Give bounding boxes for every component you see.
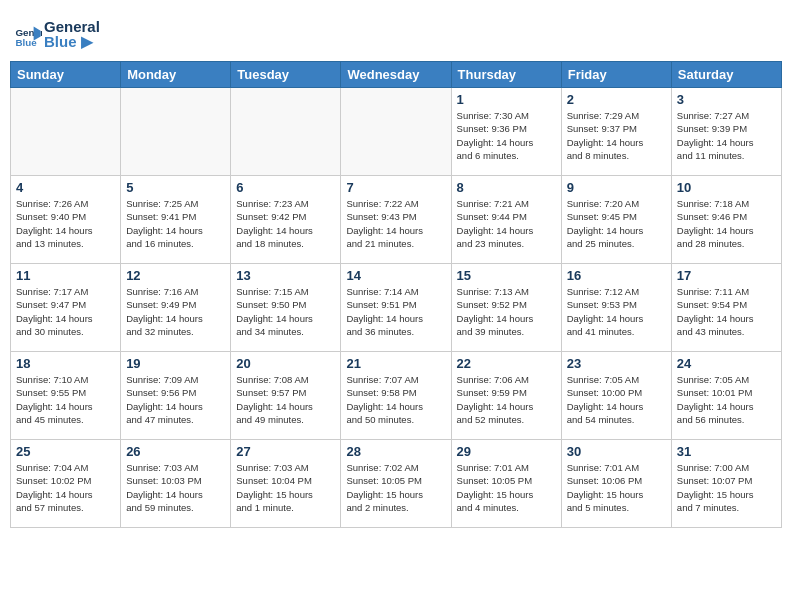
day-info: Sunrise: 7:23 AM Sunset: 9:42 PM Dayligh… bbox=[236, 197, 335, 250]
calendar-cell: 22Sunrise: 7:06 AM Sunset: 9:59 PM Dayli… bbox=[451, 352, 561, 440]
calendar-cell: 30Sunrise: 7:01 AM Sunset: 10:06 PM Dayl… bbox=[561, 440, 671, 528]
day-info: Sunrise: 7:26 AM Sunset: 9:40 PM Dayligh… bbox=[16, 197, 115, 250]
day-number: 16 bbox=[567, 268, 666, 283]
day-info: Sunrise: 7:30 AM Sunset: 9:36 PM Dayligh… bbox=[457, 109, 556, 162]
week-row-5: 25Sunrise: 7:04 AM Sunset: 10:02 PM Dayl… bbox=[11, 440, 782, 528]
day-number: 29 bbox=[457, 444, 556, 459]
day-info: Sunrise: 7:13 AM Sunset: 9:52 PM Dayligh… bbox=[457, 285, 556, 338]
day-info: Sunrise: 7:01 AM Sunset: 10:05 PM Daylig… bbox=[457, 461, 556, 514]
day-number: 26 bbox=[126, 444, 225, 459]
day-info: Sunrise: 7:18 AM Sunset: 9:46 PM Dayligh… bbox=[677, 197, 776, 250]
week-row-1: 1Sunrise: 7:30 AM Sunset: 9:36 PM Daylig… bbox=[11, 88, 782, 176]
calendar-cell: 8Sunrise: 7:21 AM Sunset: 9:44 PM Daylig… bbox=[451, 176, 561, 264]
calendar-cell: 9Sunrise: 7:20 AM Sunset: 9:45 PM Daylig… bbox=[561, 176, 671, 264]
day-info: Sunrise: 7:29 AM Sunset: 9:37 PM Dayligh… bbox=[567, 109, 666, 162]
calendar-cell: 24Sunrise: 7:05 AM Sunset: 10:01 PM Dayl… bbox=[671, 352, 781, 440]
day-info: Sunrise: 7:08 AM Sunset: 9:57 PM Dayligh… bbox=[236, 373, 335, 426]
day-number: 7 bbox=[346, 180, 445, 195]
day-number: 4 bbox=[16, 180, 115, 195]
week-row-3: 11Sunrise: 7:17 AM Sunset: 9:47 PM Dayli… bbox=[11, 264, 782, 352]
weekday-header-monday: Monday bbox=[121, 62, 231, 88]
day-info: Sunrise: 7:16 AM Sunset: 9:49 PM Dayligh… bbox=[126, 285, 225, 338]
day-number: 5 bbox=[126, 180, 225, 195]
day-number: 20 bbox=[236, 356, 335, 371]
page-header: General Blue General Blue ▶ bbox=[10, 10, 782, 55]
day-number: 11 bbox=[16, 268, 115, 283]
day-info: Sunrise: 7:04 AM Sunset: 10:02 PM Daylig… bbox=[16, 461, 115, 514]
calendar-cell: 21Sunrise: 7:07 AM Sunset: 9:58 PM Dayli… bbox=[341, 352, 451, 440]
day-number: 21 bbox=[346, 356, 445, 371]
calendar-cell: 2Sunrise: 7:29 AM Sunset: 9:37 PM Daylig… bbox=[561, 88, 671, 176]
day-number: 27 bbox=[236, 444, 335, 459]
calendar-cell: 15Sunrise: 7:13 AM Sunset: 9:52 PM Dayli… bbox=[451, 264, 561, 352]
calendar-cell: 27Sunrise: 7:03 AM Sunset: 10:04 PM Dayl… bbox=[231, 440, 341, 528]
day-number: 14 bbox=[346, 268, 445, 283]
week-row-2: 4Sunrise: 7:26 AM Sunset: 9:40 PM Daylig… bbox=[11, 176, 782, 264]
day-info: Sunrise: 7:14 AM Sunset: 9:51 PM Dayligh… bbox=[346, 285, 445, 338]
day-number: 8 bbox=[457, 180, 556, 195]
day-info: Sunrise: 7:09 AM Sunset: 9:56 PM Dayligh… bbox=[126, 373, 225, 426]
day-number: 2 bbox=[567, 92, 666, 107]
day-info: Sunrise: 7:02 AM Sunset: 10:05 PM Daylig… bbox=[346, 461, 445, 514]
day-info: Sunrise: 7:17 AM Sunset: 9:47 PM Dayligh… bbox=[16, 285, 115, 338]
calendar-cell: 19Sunrise: 7:09 AM Sunset: 9:56 PM Dayli… bbox=[121, 352, 231, 440]
calendar-cell: 28Sunrise: 7:02 AM Sunset: 10:05 PM Dayl… bbox=[341, 440, 451, 528]
day-number: 23 bbox=[567, 356, 666, 371]
day-number: 13 bbox=[236, 268, 335, 283]
calendar-cell: 25Sunrise: 7:04 AM Sunset: 10:02 PM Dayl… bbox=[11, 440, 121, 528]
weekday-header-tuesday: Tuesday bbox=[231, 62, 341, 88]
weekday-header-thursday: Thursday bbox=[451, 62, 561, 88]
day-info: Sunrise: 7:05 AM Sunset: 10:00 PM Daylig… bbox=[567, 373, 666, 426]
calendar-cell: 4Sunrise: 7:26 AM Sunset: 9:40 PM Daylig… bbox=[11, 176, 121, 264]
day-number: 15 bbox=[457, 268, 556, 283]
day-number: 6 bbox=[236, 180, 335, 195]
day-number: 30 bbox=[567, 444, 666, 459]
day-info: Sunrise: 7:25 AM Sunset: 9:41 PM Dayligh… bbox=[126, 197, 225, 250]
calendar-cell: 12Sunrise: 7:16 AM Sunset: 9:49 PM Dayli… bbox=[121, 264, 231, 352]
day-info: Sunrise: 7:01 AM Sunset: 10:06 PM Daylig… bbox=[567, 461, 666, 514]
day-info: Sunrise: 7:06 AM Sunset: 9:59 PM Dayligh… bbox=[457, 373, 556, 426]
day-info: Sunrise: 7:10 AM Sunset: 9:55 PM Dayligh… bbox=[16, 373, 115, 426]
day-info: Sunrise: 7:22 AM Sunset: 9:43 PM Dayligh… bbox=[346, 197, 445, 250]
calendar-table: SundayMondayTuesdayWednesdayThursdayFrid… bbox=[10, 61, 782, 528]
calendar-cell bbox=[121, 88, 231, 176]
day-info: Sunrise: 7:27 AM Sunset: 9:39 PM Dayligh… bbox=[677, 109, 776, 162]
day-info: Sunrise: 7:15 AM Sunset: 9:50 PM Dayligh… bbox=[236, 285, 335, 338]
weekday-header-sunday: Sunday bbox=[11, 62, 121, 88]
day-info: Sunrise: 7:21 AM Sunset: 9:44 PM Dayligh… bbox=[457, 197, 556, 250]
day-number: 19 bbox=[126, 356, 225, 371]
day-info: Sunrise: 7:03 AM Sunset: 10:04 PM Daylig… bbox=[236, 461, 335, 514]
calendar-cell: 31Sunrise: 7:00 AM Sunset: 10:07 PM Dayl… bbox=[671, 440, 781, 528]
day-info: Sunrise: 7:00 AM Sunset: 10:07 PM Daylig… bbox=[677, 461, 776, 514]
day-info: Sunrise: 7:03 AM Sunset: 10:03 PM Daylig… bbox=[126, 461, 225, 514]
week-row-4: 18Sunrise: 7:10 AM Sunset: 9:55 PM Dayli… bbox=[11, 352, 782, 440]
weekday-header-friday: Friday bbox=[561, 62, 671, 88]
day-number: 17 bbox=[677, 268, 776, 283]
day-number: 18 bbox=[16, 356, 115, 371]
day-info: Sunrise: 7:11 AM Sunset: 9:54 PM Dayligh… bbox=[677, 285, 776, 338]
calendar-cell: 6Sunrise: 7:23 AM Sunset: 9:42 PM Daylig… bbox=[231, 176, 341, 264]
calendar-cell bbox=[231, 88, 341, 176]
calendar-cell: 17Sunrise: 7:11 AM Sunset: 9:54 PM Dayli… bbox=[671, 264, 781, 352]
calendar-cell: 13Sunrise: 7:15 AM Sunset: 9:50 PM Dayli… bbox=[231, 264, 341, 352]
calendar-header-row: SundayMondayTuesdayWednesdayThursdayFrid… bbox=[11, 62, 782, 88]
day-number: 28 bbox=[346, 444, 445, 459]
calendar-cell: 7Sunrise: 7:22 AM Sunset: 9:43 PM Daylig… bbox=[341, 176, 451, 264]
calendar-cell: 16Sunrise: 7:12 AM Sunset: 9:53 PM Dayli… bbox=[561, 264, 671, 352]
day-info: Sunrise: 7:20 AM Sunset: 9:45 PM Dayligh… bbox=[567, 197, 666, 250]
calendar-cell: 1Sunrise: 7:30 AM Sunset: 9:36 PM Daylig… bbox=[451, 88, 561, 176]
logo-icon: General Blue bbox=[14, 21, 42, 49]
day-info: Sunrise: 7:05 AM Sunset: 10:01 PM Daylig… bbox=[677, 373, 776, 426]
logo-blue: Blue ▶ bbox=[44, 33, 100, 51]
calendar-cell: 23Sunrise: 7:05 AM Sunset: 10:00 PM Dayl… bbox=[561, 352, 671, 440]
day-number: 22 bbox=[457, 356, 556, 371]
day-info: Sunrise: 7:12 AM Sunset: 9:53 PM Dayligh… bbox=[567, 285, 666, 338]
day-number: 25 bbox=[16, 444, 115, 459]
weekday-header-saturday: Saturday bbox=[671, 62, 781, 88]
calendar-cell: 11Sunrise: 7:17 AM Sunset: 9:47 PM Dayli… bbox=[11, 264, 121, 352]
day-number: 31 bbox=[677, 444, 776, 459]
day-number: 24 bbox=[677, 356, 776, 371]
day-number: 1 bbox=[457, 92, 556, 107]
day-info: Sunrise: 7:07 AM Sunset: 9:58 PM Dayligh… bbox=[346, 373, 445, 426]
day-number: 12 bbox=[126, 268, 225, 283]
